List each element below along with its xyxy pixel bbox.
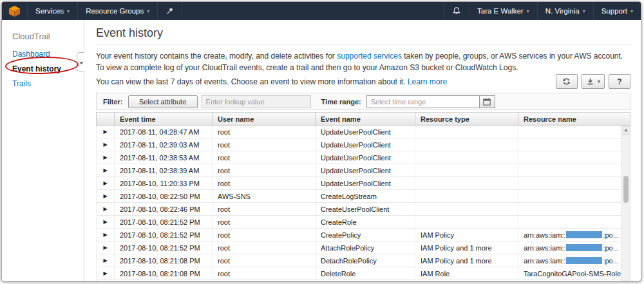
- header-event-name[interactable]: Event name: [316, 113, 415, 125]
- refresh-button[interactable]: [556, 74, 578, 89]
- expand-row-button[interactable]: ▶: [97, 216, 115, 228]
- cell-user-name: root: [213, 267, 316, 279]
- expand-row-button[interactable]: ▶: [97, 229, 115, 241]
- cell-event-time: 2017-08-10, 08:22:50 PM: [115, 190, 213, 202]
- event-table: Event time User name Event name Resource…: [96, 112, 630, 281]
- nav-user-label: Tara E Walker: [477, 7, 524, 15]
- cell-user-name: root: [213, 229, 316, 241]
- lookup-value-input[interactable]: [202, 95, 311, 108]
- cell-resource-name: TaraCognitoGAPool-SMS-Role: [518, 267, 621, 279]
- cell-user-name: root: [213, 126, 316, 138]
- expand-row-button[interactable]: ▶: [97, 190, 115, 202]
- cell-event-time: 2017-08-11, 02:38:39 AM: [115, 164, 213, 176]
- help-icon: ?: [617, 77, 621, 86]
- expander-triangle-icon: ▶: [103, 219, 107, 225]
- table-row[interactable]: ▶ 2017-08-10, 08:21:52 PM root CreateRol…: [97, 216, 621, 229]
- header-resource-name[interactable]: Resource name: [518, 113, 630, 125]
- cell-event-time: 2017-08-10, 08:21:52 PM: [115, 229, 213, 241]
- help-button[interactable]: ?: [609, 74, 630, 89]
- chevron-down-icon: ▾: [527, 8, 529, 14]
- sidebar-title: CloudTrail: [12, 32, 84, 41]
- nav-account-menu[interactable]: Tara E Walker ▾: [469, 2, 537, 20]
- expand-row-button[interactable]: ▶: [97, 151, 115, 164]
- table-row[interactable]: ▶ 2017-08-11, 02:39:03 AM root UpdateUse…: [97, 138, 621, 151]
- refresh-icon: [562, 77, 571, 86]
- cell-user-name: root: [213, 138, 316, 151]
- cell-event-name: AttachRolePolicy: [316, 241, 415, 254]
- arrow-up-icon: ▲: [624, 128, 629, 132]
- calendar-button[interactable]: [479, 96, 495, 108]
- cell-user-name: root: [213, 177, 316, 189]
- table-row[interactable]: ▶ 2017-08-11, 04:28:47 AM root UpdateUse…: [97, 126, 621, 138]
- attribute-select[interactable]: Select attribute: [128, 95, 198, 108]
- sidebar: CloudTrail Dashboard Event history Trail…: [2, 20, 84, 281]
- supported-services-link[interactable]: supported services: [337, 52, 402, 61]
- table-row[interactable]: ▶ 2017-08-10, 08:22:50 PM AWS-SNS Create…: [97, 190, 621, 203]
- expand-row-button[interactable]: ▶: [97, 138, 115, 151]
- cell-event-time: 2017-08-10, 08:22:46 PM: [115, 203, 213, 215]
- cell-resource-name: arn:aws:iam:::po...: [518, 229, 621, 241]
- table-row[interactable]: ▶ 2017-08-10, 08:22:46 PM root CreateUse…: [97, 203, 621, 216]
- nav-services[interactable]: Services ▾: [28, 2, 78, 20]
- nav-left-group: Services ▾ Resource Groups ▾: [2, 2, 182, 20]
- console-window: Services ▾ Resource Groups ▾: [1, 1, 641, 281]
- expander-triangle-icon: ▶: [103, 258, 107, 263]
- expand-row-button[interactable]: ▶: [97, 254, 115, 267]
- cell-user-name: AWS-SNS: [213, 190, 316, 202]
- cell-resource-name: arn:aws:iam:::po...: [518, 254, 621, 267]
- cell-event-name: CreateRole: [316, 216, 415, 228]
- expand-row-button[interactable]: ▶: [97, 177, 115, 189]
- table-row[interactable]: ▶ 2017-08-10, 11:20:33 PM root UpdateUse…: [97, 177, 621, 190]
- cell-event-time: 2017-08-10, 08:21:52 PM: [115, 216, 213, 228]
- download-icon: [586, 77, 594, 86]
- nav-pin-shortcut[interactable]: [158, 2, 182, 20]
- sidebar-item-trails[interactable]: Trails: [12, 79, 84, 88]
- header-event-time[interactable]: Event time: [115, 113, 213, 125]
- nav-support-label: Support: [601, 7, 627, 15]
- download-button[interactable]: ▾: [582, 74, 605, 89]
- redacted-account-id: [566, 231, 602, 238]
- table-row[interactable]: ▶ 2017-08-10, 08:21:08 PM root DetachRol…: [97, 254, 621, 267]
- expander-triangle-icon: ▶: [103, 155, 107, 160]
- table-row[interactable]: ▶ 2017-08-10, 08:21:52 PM root AttachRol…: [97, 241, 621, 254]
- table-row[interactable]: ▶ 2017-08-10, 08:21:08 PM root DeleteRol…: [97, 267, 621, 280]
- nav-region-menu[interactable]: N. Virginia ▾: [537, 2, 593, 20]
- nav-region-label: N. Virginia: [545, 7, 580, 15]
- learn-more-link[interactable]: Learn more: [408, 77, 447, 86]
- scrollbar-thumb[interactable]: [623, 176, 629, 203]
- cell-resource-name: [518, 203, 621, 215]
- cell-user-name: root: [213, 203, 316, 215]
- nav-resource-groups[interactable]: Resource Groups ▾: [78, 2, 158, 20]
- cell-event-name: UpdateUserPoolClient: [316, 151, 415, 164]
- scroll-up-button[interactable]: ▲: [622, 126, 630, 135]
- expand-row-button[interactable]: ▶: [97, 164, 115, 176]
- cell-event-name: DeleteRole: [316, 267, 415, 279]
- cell-resource-name: arn:aws:iam:::po...: [518, 241, 621, 254]
- cell-event-time: 2017-08-10, 11:20:33 PM: [115, 177, 213, 189]
- vertical-scrollbar[interactable]: ▲: [621, 126, 630, 281]
- expand-row-button[interactable]: ▶: [97, 203, 115, 215]
- sidebar-item-event-history[interactable]: Event history: [12, 64, 84, 73]
- time-range-input[interactable]: [367, 96, 479, 108]
- nav-notifications[interactable]: [444, 2, 469, 20]
- expand-row-button[interactable]: ▶: [97, 267, 115, 279]
- cell-user-name: root: [213, 254, 316, 267]
- sidebar-collapse-button[interactable]: ◀: [77, 52, 84, 71]
- sidebar-item-dashboard[interactable]: Dashboard: [12, 50, 84, 59]
- cell-resource-type: IAM Policy and 1 more: [415, 241, 518, 254]
- header-resource-type[interactable]: Resource type: [415, 113, 518, 125]
- cell-resource-name: [518, 164, 621, 176]
- expander-triangle-icon: ▶: [103, 180, 107, 186]
- top-navigation: Services ▾ Resource Groups ▾: [2, 2, 641, 20]
- header-user-name[interactable]: User name: [213, 113, 316, 125]
- nav-right-group: Tara E Walker ▾ N. Virginia ▾ Support ▾: [444, 2, 641, 20]
- cell-resource-type: [415, 177, 518, 189]
- table-row[interactable]: ▶ 2017-08-11, 02:38:39 AM root UpdateUse…: [97, 164, 621, 177]
- aws-logo[interactable]: [2, 2, 28, 20]
- nav-support-menu[interactable]: Support ▾: [593, 2, 641, 20]
- header-expander: [97, 113, 115, 125]
- table-row[interactable]: ▶ 2017-08-10, 08:21:52 PM root CreatePol…: [97, 229, 621, 241]
- expand-row-button[interactable]: ▶: [97, 241, 115, 254]
- expand-row-button[interactable]: ▶: [97, 126, 115, 138]
- table-row[interactable]: ▶ 2017-08-11, 02:38:53 AM root UpdateUse…: [97, 151, 621, 164]
